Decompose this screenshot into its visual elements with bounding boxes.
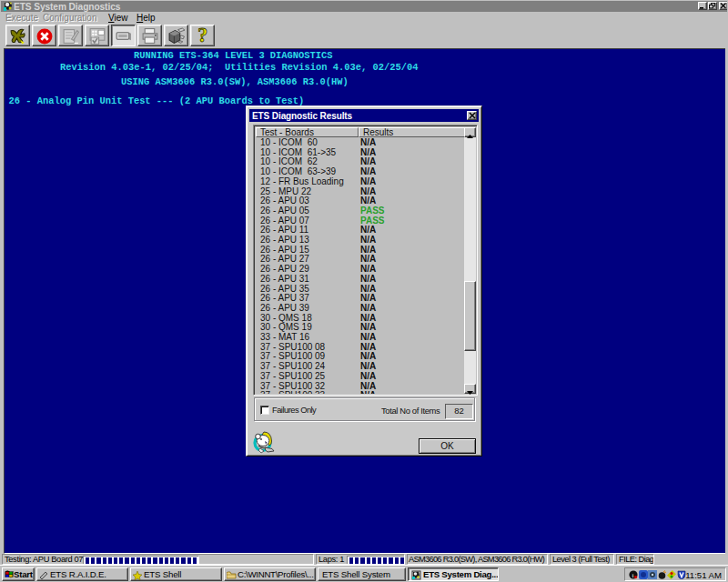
svg-text:i: i bbox=[632, 572, 633, 579]
svg-text:?: ? bbox=[197, 27, 207, 45]
